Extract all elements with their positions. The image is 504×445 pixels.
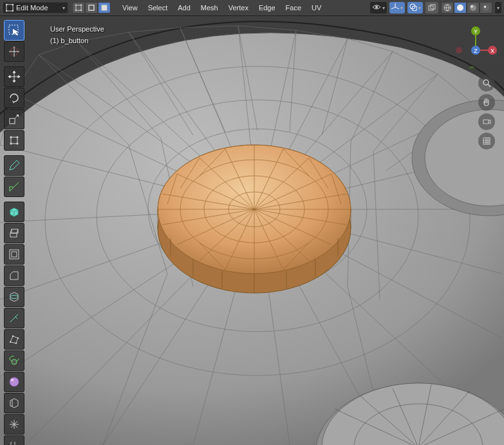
svg-rect-109 — [483, 138, 490, 144]
menu-view[interactable]: View — [117, 1, 143, 14]
svg-point-163 — [17, 337, 19, 339]
shading-wire[interactable] — [441, 2, 454, 14]
svg-rect-147 — [10, 118, 15, 124]
tool-rotate[interactable] — [4, 88, 24, 108]
svg-point-138 — [471, 5, 473, 8]
chevron-down-icon: ▾ — [400, 5, 403, 11]
svg-rect-149 — [11, 137, 17, 144]
svg-line-107 — [488, 84, 490, 87]
svg-rect-108 — [483, 120, 489, 124]
selectability-dropdown[interactable]: ▾ — [370, 2, 387, 14]
tool-transform[interactable] — [4, 130, 24, 151]
tool-knife[interactable] — [4, 308, 24, 328]
mode-dropdown[interactable]: Edit Mode ▾ — [3, 2, 68, 14]
svg-point-160 — [10, 296, 18, 299]
tool-loop-cut[interactable] — [4, 287, 24, 307]
svg-point-126 — [375, 6, 378, 8]
nav-gizmo[interactable]: Z X Y — [453, 22, 499, 68]
tool-select-box[interactable] — [4, 20, 24, 41]
svg-rect-154 — [10, 233, 17, 237]
chevron-down-icon: ▾ — [497, 5, 499, 11]
perspective-toggle-button[interactable] — [478, 133, 495, 149]
shading-material[interactable] — [467, 2, 480, 14]
svg-point-116 — [12, 4, 14, 6]
shading-solid[interactable] — [454, 2, 467, 14]
svg-point-137 — [470, 5, 476, 11]
tool-add-cube[interactable] — [4, 202, 24, 222]
tool-shrink-fatten[interactable] — [4, 414, 24, 435]
svg-line-128 — [395, 7, 399, 9]
svg-rect-114 — [6, 5, 13, 11]
svg-point-118 — [12, 10, 14, 12]
face-select-mode[interactable] — [98, 2, 111, 14]
svg-point-106 — [483, 80, 489, 85]
svg-point-150 — [10, 137, 12, 138]
tool-edge-slide[interactable] — [4, 393, 24, 413]
menu-edge[interactable]: Edge — [254, 1, 281, 14]
tool-measure[interactable] — [4, 176, 24, 197]
mode-label: Edit Mode — [16, 4, 60, 12]
svg-rect-159 — [12, 252, 17, 257]
svg-point-152 — [10, 143, 12, 145]
chevron-down-icon: ▾ — [382, 5, 385, 11]
svg-point-120 — [75, 5, 77, 6]
menu-bar: View Select Add Mesh Vertex Edge Face UV — [117, 1, 326, 14]
overlay-dropdown[interactable]: ▾ — [407, 2, 423, 14]
svg-point-151 — [17, 137, 19, 138]
gizmo-dropdown[interactable]: ▾ — [389, 2, 405, 14]
svg-point-123 — [80, 10, 82, 12]
svg-point-140 — [484, 6, 486, 8]
header-bar: Edit Mode ▾ View Select Add Mesh Vertex … — [0, 0, 504, 16]
svg-point-139 — [483, 5, 489, 11]
tool-scale[interactable] — [4, 109, 24, 129]
shading-options-dropdown[interactable]: ▾ — [495, 2, 501, 14]
tool-move[interactable] — [4, 66, 24, 87]
svg-point-117 — [6, 10, 8, 12]
tool-annotate[interactable] — [4, 155, 24, 176]
menu-uv[interactable]: UV — [306, 1, 326, 14]
overlay-icon — [409, 3, 417, 12]
menu-face[interactable]: Face — [281, 1, 306, 14]
tool-shelf — [0, 16, 28, 445]
tool-spin[interactable] — [4, 350, 24, 371]
tool-smooth[interactable] — [4, 372, 24, 392]
svg-point-103 — [456, 47, 462, 53]
menu-mesh[interactable]: Mesh — [196, 1, 223, 14]
pan-button[interactable] — [478, 94, 495, 111]
svg-point-161 — [10, 341, 12, 343]
camera-view-button[interactable] — [478, 113, 495, 130]
menu-add[interactable]: Add — [173, 1, 196, 14]
menu-vertex[interactable]: Vertex — [223, 1, 254, 14]
chevron-down-icon: ▾ — [62, 5, 65, 11]
tool-extrude-region[interactable] — [4, 223, 24, 243]
svg-point-162 — [12, 336, 14, 337]
svg-point-115 — [6, 4, 8, 6]
shading-rendered[interactable] — [480, 2, 492, 14]
gizmo-y-label: Y — [474, 28, 478, 35]
tool-bevel[interactable] — [4, 265, 24, 286]
gizmo-x-label: X — [490, 48, 494, 54]
svg-point-153 — [17, 143, 19, 145]
zoom-button[interactable] — [478, 75, 495, 91]
chevron-down-icon: ▾ — [418, 5, 421, 11]
edit-mode-icon — [6, 4, 14, 12]
tool-inset-faces[interactable] — [4, 244, 24, 265]
tool-poly-build[interactable] — [4, 329, 24, 350]
svg-point-105 — [469, 66, 475, 68]
gizmo-z-label: Z — [474, 48, 478, 54]
svg-point-166 — [10, 377, 19, 386]
svg-rect-125 — [102, 5, 107, 10]
tool-rip-region[interactable] — [4, 435, 24, 445]
svg-point-165 — [12, 359, 17, 365]
viewport-3d[interactable] — [0, 16, 504, 445]
svg-line-129 — [391, 7, 395, 9]
xray-toggle[interactable] — [425, 2, 438, 14]
edge-select-mode[interactable] — [85, 2, 98, 14]
menu-select[interactable]: Select — [143, 1, 173, 14]
tool-cursor[interactable] — [4, 41, 24, 62]
svg-rect-119 — [76, 5, 81, 10]
svg-rect-124 — [89, 5, 94, 10]
eye-icon — [372, 4, 381, 12]
vertex-select-mode[interactable] — [72, 2, 85, 14]
svg-point-167 — [11, 379, 14, 381]
